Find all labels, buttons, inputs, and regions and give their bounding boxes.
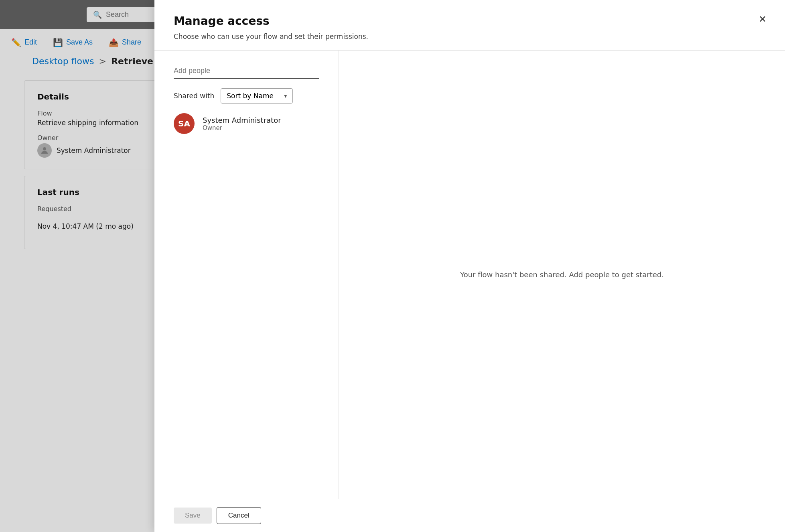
manage-access-modal: Manage access Choose who can use your fl… [154, 0, 785, 532]
add-people-input[interactable] [174, 63, 319, 79]
modal-header: Manage access Choose who can use your fl… [154, 0, 785, 51]
modal-body: Shared with Sort by Name ▾ SA System Adm… [154, 51, 785, 499]
sort-dropdown[interactable]: Sort by Name ▾ [221, 88, 293, 104]
user-entry: SA System Administrator Owner [174, 113, 319, 134]
modal-footer: Save Cancel [154, 499, 785, 532]
sort-dropdown-label: Sort by Name [227, 92, 274, 100]
modal-title: Manage access [174, 14, 766, 28]
user-name: System Administrator [203, 116, 281, 124]
user-role: Owner [203, 124, 281, 132]
modal-left-panel: Shared with Sort by Name ▾ SA System Adm… [154, 51, 339, 499]
empty-state-text: Your flow hasn't been shared. Add people… [460, 270, 664, 279]
modal-subtitle: Choose who can use your flow and set the… [174, 32, 766, 41]
chevron-down-icon: ▾ [284, 93, 287, 99]
shared-with-row: Shared with Sort by Name ▾ [174, 88, 319, 104]
save-button[interactable]: Save [174, 508, 212, 524]
shared-with-label: Shared with [174, 92, 214, 100]
modal-right-panel: Your flow hasn't been shared. Add people… [339, 51, 785, 499]
close-button[interactable]: ✕ [755, 11, 771, 27]
user-info: System Administrator Owner [203, 116, 281, 132]
user-avatar: SA [174, 113, 195, 134]
cancel-button[interactable]: Cancel [217, 507, 261, 524]
